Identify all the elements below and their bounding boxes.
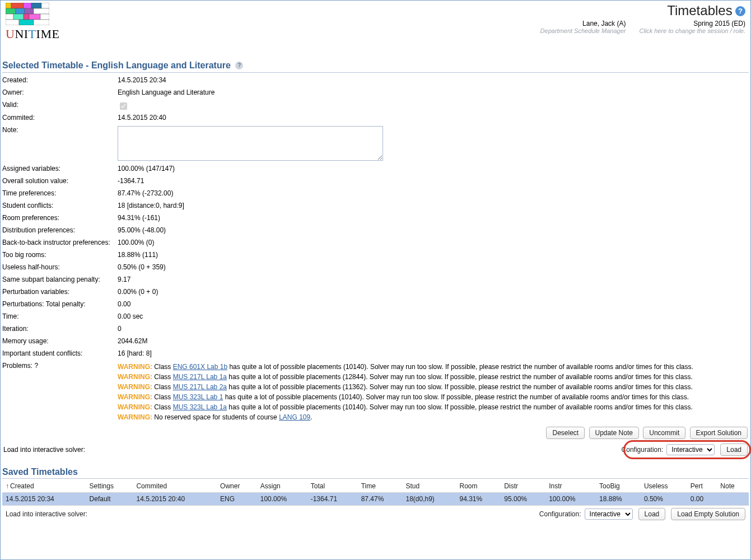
table-cell: -1364.71 (307, 493, 358, 506)
owner-value: English Language and Literature (118, 88, 749, 96)
perttot-label: Perturbations: Total penalty: (2, 300, 118, 308)
warning-label: WARNING: (118, 403, 152, 411)
header-user-name: Lane, Jack (A) (540, 20, 626, 27)
deselect-button[interactable]: Deselect (546, 427, 585, 439)
svg-rect-10 (13, 14, 24, 20)
table-row[interactable]: 14.5.2015 20:34Default14.5.2015 20:40ENG… (2, 493, 749, 506)
header-user-role: Department Schedule Manager (540, 27, 626, 34)
roompref-value: 94.31% (-161) (118, 214, 749, 222)
table-cell: 95.00% (501, 493, 545, 506)
class-link[interactable]: LANG 109 (279, 413, 310, 421)
configuration-label-2: Configuration: (539, 510, 581, 518)
table-cell: 0.50% (641, 493, 687, 506)
column-header[interactable]: Note (717, 480, 749, 493)
warning-label: WARNING: (118, 413, 152, 421)
column-header[interactable]: Useless (641, 480, 687, 493)
note-textarea[interactable] (118, 126, 383, 161)
column-header[interactable]: Commited (133, 480, 217, 493)
class-link[interactable]: MUS 323L Lab 1 (173, 393, 223, 401)
pertvar-label: Perturbation variables: (2, 288, 118, 296)
table-cell: 14.5.2015 20:40 (133, 493, 217, 506)
valid-label: Valid: (2, 101, 118, 109)
table-cell: Default (86, 493, 133, 506)
svg-rect-2 (24, 3, 31, 8)
svg-rect-5 (6, 8, 16, 14)
column-header[interactable]: Owner (217, 480, 257, 493)
column-header[interactable]: Total (307, 480, 358, 493)
assigned-value: 100.00% (147/147) (118, 165, 749, 172)
svg-rect-12 (29, 14, 40, 20)
timepref-value: 87.47% (-2732.00) (118, 189, 749, 197)
toobig-value: 18.88% (111) (118, 251, 749, 259)
table-cell: 0.00 (687, 493, 717, 506)
problems-help-icon[interactable]: ? (34, 362, 38, 370)
saved-timetables-table: CreatedSettingsCommitedOwnerAssignTotalT… (2, 480, 749, 522)
configuration-label: Configuration: (622, 446, 664, 454)
column-header[interactable]: Settings (86, 480, 133, 493)
sconf-value: 18 [distance:0, hard:9] (118, 202, 749, 209)
column-header[interactable]: Assign (257, 480, 307, 493)
saved-timetables-heading: Saved Timetables (2, 467, 749, 479)
distpref-value: 95.00% (-48.00) (118, 226, 749, 234)
load-empty-solution-button[interactable]: Load Empty Solution (671, 508, 745, 520)
app-logo-text: UNITIME (6, 27, 59, 41)
svg-rect-13 (40, 14, 49, 20)
svg-rect-16 (34, 20, 49, 25)
uncommit-button[interactable]: Uncommit (643, 427, 685, 439)
svg-rect-8 (34, 8, 49, 14)
svg-rect-7 (25, 8, 34, 14)
help-icon[interactable]: ? (735, 6, 745, 16)
configuration-select[interactable]: Interactive (666, 444, 715, 455)
warning-label: WARNING: (118, 383, 152, 391)
mem-value: 2044.62M (118, 337, 749, 345)
load-button-2[interactable]: Load (638, 508, 666, 520)
class-link[interactable]: MUS 323L Lab 1a (173, 403, 227, 411)
change-session-link[interactable]: Click here to change the session / role. (639, 27, 745, 34)
app-logo[interactable]: UNITIME (2, 2, 63, 44)
column-header[interactable]: Distr (501, 480, 545, 493)
table-cell: ENG (217, 493, 257, 506)
timepref-label: Time preferences: (2, 189, 118, 197)
column-header[interactable]: TooBig (596, 480, 641, 493)
column-header[interactable]: Room (456, 480, 501, 493)
column-header[interactable]: Time (358, 480, 403, 493)
iter-value: 0 (118, 325, 749, 333)
table-cell: 87.47% (358, 493, 403, 506)
export-solution-button[interactable]: Export Solution (690, 427, 748, 439)
configuration-select-2[interactable]: Interactive (585, 508, 633, 520)
warning-label: WARNING: (118, 363, 152, 371)
subpart-label: Same subpart balancing penalty: (2, 276, 118, 283)
column-header[interactable]: Stud (402, 480, 456, 493)
b2b-value: 100.00% (0) (118, 239, 749, 246)
table-cell: 100.00% (545, 493, 596, 506)
useless-label: Useless half-hours: (2, 263, 118, 271)
section-heading: Selected Timetable - English Language an… (2, 59, 749, 73)
overall-label: Overall solution value: (2, 177, 118, 185)
svg-rect-14 (6, 20, 19, 25)
created-label: Created: (2, 76, 118, 84)
svg-rect-11 (24, 14, 29, 20)
roompref-label: Room preferences: (2, 214, 118, 222)
section-help-icon[interactable]: ? (235, 62, 243, 69)
column-header[interactable]: Instr (545, 480, 596, 493)
time-label: Time: (2, 312, 118, 320)
valid-checkbox (120, 102, 127, 110)
column-header[interactable]: Pert (687, 480, 717, 493)
load-button[interactable]: Load (720, 444, 748, 456)
owner-label: Owner: (2, 88, 118, 96)
svg-rect-15 (19, 20, 34, 25)
warning-label: WARNING: (118, 373, 152, 381)
impconf-label: Important student conflicts: (2, 349, 118, 357)
svg-rect-1 (11, 3, 24, 8)
table-cell: 94.31% (456, 493, 501, 506)
update-note-button[interactable]: Update Note (589, 427, 639, 439)
problems-list: WARNING: Class ENG 601X Lab 1b has quite… (118, 362, 749, 422)
problems-label: Problems: ? (2, 362, 118, 370)
class-link[interactable]: MUS 217L Lab 1a (173, 373, 227, 381)
column-header[interactable]: Created (2, 480, 86, 493)
class-link[interactable]: MUS 217L Lab 2a (173, 383, 227, 391)
header-term: Spring 2015 (ED) (639, 20, 745, 27)
table-cell (717, 493, 749, 506)
svg-rect-4 (41, 3, 49, 8)
class-link[interactable]: ENG 601X Lab 1b (173, 363, 227, 371)
